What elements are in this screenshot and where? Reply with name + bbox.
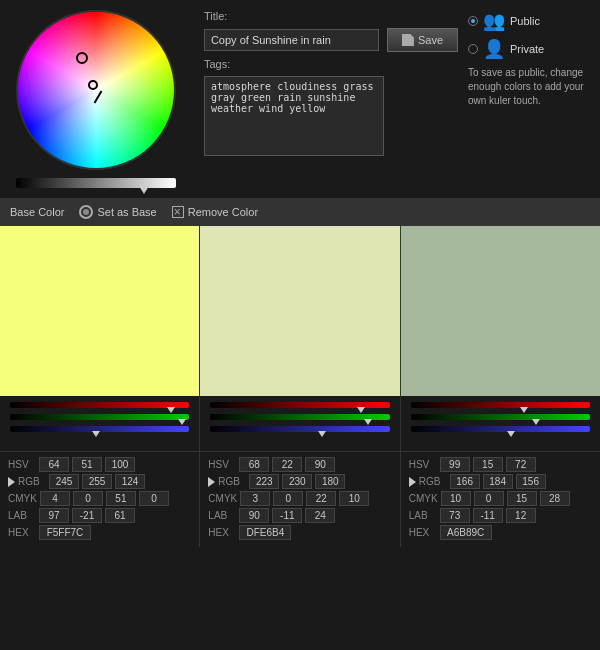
cmyk-c-2[interactable] [240,491,270,506]
hex-3[interactable] [440,525,492,540]
thumb-1-r [167,407,175,413]
cmyk-y-1[interactable] [106,491,136,506]
hsv-s-2[interactable] [272,457,302,472]
color-wheel[interactable] [16,10,176,170]
slider-1-g[interactable] [10,414,189,420]
hex-row-1: HEX [8,525,191,540]
lab-b-3[interactable] [506,508,536,523]
rgb-g-2[interactable] [282,474,312,489]
rgb-b-1[interactable] [115,474,145,489]
lab-row-1: LAB [8,508,191,523]
slider-2-g[interactable] [210,414,389,420]
slider-3-b[interactable] [411,426,590,432]
hsv-v-1[interactable] [105,457,135,472]
hex-label-2: HEX [208,527,236,538]
rgb-g-1[interactable] [82,474,112,489]
private-label: Private [510,43,544,55]
tags-input[interactable]: atmosphere cloudiness grass gray green r… [204,76,384,156]
rgb-r-2[interactable] [249,474,279,489]
slider-1-b[interactable] [10,426,189,432]
hint-text: To save as public, change enough colors … [468,66,588,108]
remove-color-label: Remove Color [188,206,258,218]
slider-3-g[interactable] [411,414,590,420]
wheel-handle [94,90,103,103]
title-input-row: Save [204,28,458,52]
set-base-icon [79,205,93,219]
cmyk-row-3: CMYK [409,491,592,506]
hsv-s-1[interactable] [72,457,102,472]
brightness-thumb [139,186,149,194]
sliders-section [0,396,600,451]
slider-1-r[interactable] [10,402,189,408]
swatch-2[interactable] [199,226,399,396]
lab-b-1[interactable] [105,508,135,523]
lab-a-2[interactable] [272,508,302,523]
cmyk-row-1: CMYK [8,491,191,506]
rgb-b-3[interactable] [516,474,546,489]
cmyk-y-3[interactable] [507,491,537,506]
save-label: Save [418,34,443,46]
lab-l-3[interactable] [440,508,470,523]
lab-label-1: LAB [8,510,36,521]
thumb-3-r [520,407,528,413]
thumb-2-r [357,407,365,413]
value-group-2: HSV RGB CMYK LAB HEX [200,452,400,547]
cmyk-m-1[interactable] [73,491,103,506]
slider-2-r[interactable] [210,402,389,408]
private-row[interactable]: 👤 Private [468,38,588,60]
slider-2-b[interactable] [210,426,389,432]
rgb-b-2[interactable] [315,474,345,489]
hsv-row-2: HSV [208,457,391,472]
rgb-r-1[interactable] [49,474,79,489]
hex-1[interactable] [39,525,91,540]
public-row[interactable]: 👥 Public [468,10,588,32]
brightness-slider[interactable] [16,178,176,188]
hsv-h-3[interactable] [440,457,470,472]
public-label: Public [510,15,540,27]
swatch-3[interactable] [400,226,600,396]
color-wheel-container [0,0,192,198]
private-radio[interactable] [468,44,478,54]
base-color-label: Base Color [10,206,64,218]
slider-group-3 [401,396,600,451]
remove-color-icon [172,206,184,218]
public-radio[interactable] [468,16,478,26]
cmyk-label-3: CMYK [409,493,438,504]
lab-b-2[interactable] [305,508,335,523]
hsv-h-1[interactable] [39,457,69,472]
cmyk-c-3[interactable] [441,491,471,506]
cmyk-k-3[interactable] [540,491,570,506]
brightness-slider-container [16,178,176,188]
rgb-label-2: RGB [218,476,246,487]
hsv-s-3[interactable] [473,457,503,472]
lab-l-1[interactable] [39,508,69,523]
lab-a-1[interactable] [72,508,102,523]
hsv-v-2[interactable] [305,457,335,472]
cmyk-c-1[interactable] [40,491,70,506]
cmyk-y-2[interactable] [306,491,336,506]
thumb-3-b [507,431,515,437]
lab-label-2: LAB [208,510,236,521]
rgb-r-3[interactable] [450,474,480,489]
set-as-base-label: Set as Base [97,206,156,218]
cmyk-label-2: CMYK [208,493,237,504]
rgb-g-3[interactable] [483,474,513,489]
wheel-cursor-1[interactable] [76,52,88,64]
hsv-v-3[interactable] [506,457,536,472]
lab-l-2[interactable] [239,508,269,523]
cmyk-m-3[interactable] [474,491,504,506]
cmyk-k-1[interactable] [139,491,169,506]
cmyk-k-2[interactable] [339,491,369,506]
title-input[interactable] [204,29,379,51]
save-button[interactable]: Save [387,28,458,52]
thumb-1-b [92,431,100,437]
swatch-1[interactable] [0,226,199,396]
lab-a-3[interactable] [473,508,503,523]
set-as-base-button[interactable]: Set as Base [79,205,156,219]
hsv-h-2[interactable] [239,457,269,472]
hex-2[interactable] [239,525,291,540]
remove-color-button[interactable]: Remove Color [172,206,258,218]
slider-3-r[interactable] [411,402,590,408]
cmyk-m-2[interactable] [273,491,303,506]
wheel-cursor-2[interactable] [88,80,98,90]
